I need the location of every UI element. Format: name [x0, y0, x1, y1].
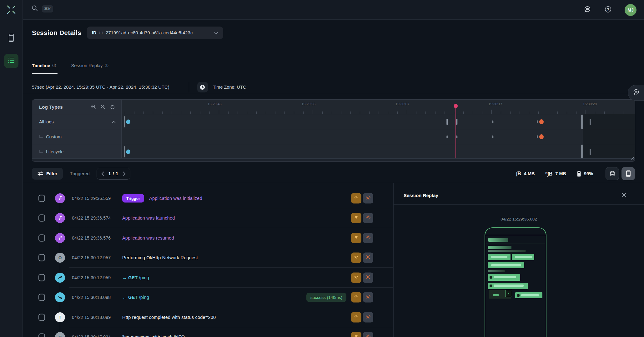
avatar[interactable]: MJ: [625, 4, 636, 16]
phone-notch: [485, 235, 546, 235]
stat-battery: 99%: [577, 171, 593, 177]
timeline-mark-bar[interactable]: [124, 116, 125, 127]
properties-button[interactable]: [363, 233, 373, 243]
log-row[interactable]: 04/22 15:30:12.959→ GET /ping: [23, 268, 393, 288]
properties-button[interactable]: [363, 213, 373, 223]
timeline-track[interactable]: 15:29:4615:29:5615:30:0715:30:1715:30:28: [122, 100, 635, 158]
timeline-mark-bar[interactable]: [124, 146, 125, 157]
row-checkbox[interactable]: [38, 215, 45, 222]
ruler-tick: [567, 112, 567, 114]
network-details-button[interactable]: [351, 253, 361, 263]
feedback-tab[interactable]: [628, 85, 644, 101]
row-checkbox[interactable]: [38, 234, 45, 241]
properties-button[interactable]: [363, 292, 373, 303]
timeline-mark-tick-sm[interactable]: [537, 135, 538, 138]
log-row[interactable]: O04/22 15:30:12.957Performing OkHttp Net…: [23, 248, 393, 268]
indent-icon: [39, 150, 43, 153]
ruler-tick: [473, 112, 473, 114]
log-row[interactable]: 04/22 15:29:36.576Application was resume…: [23, 228, 393, 248]
properties-button[interactable]: [363, 312, 373, 322]
sidebar-item-sessions[interactable]: [4, 54, 18, 68]
timeline-mark-tick-sm[interactable]: [456, 135, 457, 138]
ruler-tick: [143, 112, 144, 114]
properties-button[interactable]: [363, 272, 373, 283]
ruler-tick: [209, 112, 210, 114]
zoom-in-icon[interactable]: [89, 102, 98, 112]
chevron-left-icon[interactable]: [101, 171, 104, 176]
chat-icon: [632, 88, 640, 97]
tab-session-replay[interactable]: Session Replayⓘ: [71, 57, 109, 74]
help-icon[interactable]: ?: [604, 5, 612, 15]
log-row[interactable]: O04/22 15:30:17.024'log message' with le…: [23, 327, 393, 337]
filter-label: Filter: [46, 171, 57, 176]
network-details-button[interactable]: [351, 332, 361, 337]
timeline-mark-dot-orange[interactable]: [539, 134, 544, 139]
timeline-mark-tick-sm[interactable]: [446, 135, 448, 138]
replay-frame-timestamp: 04/22 15:29:36.682: [394, 217, 644, 221]
sidebar-item-devices[interactable]: [4, 31, 18, 46]
network-details-button[interactable]: [351, 193, 361, 203]
sun-icon: [365, 255, 371, 261]
ruler-tick: [190, 112, 191, 114]
log-row[interactable]: 04/22 15:29:36.559TriggerApplication was…: [23, 188, 393, 208]
log-type-row-custom[interactable]: Custom: [32, 129, 121, 144]
timeline-mark-dot-blue[interactable]: [126, 119, 130, 124]
ruler-tick: [463, 112, 464, 114]
timeline-mark-tick[interactable]: [456, 119, 457, 125]
network-details-button[interactable]: [351, 213, 361, 223]
network-details-button[interactable]: [351, 233, 361, 243]
log-type-label: Lifecycle: [46, 149, 116, 154]
axis-tick-label: 15:30:28: [583, 102, 597, 106]
phone-icon: [626, 170, 631, 177]
session-id-dropdown[interactable]: ID ⓘ 271991ad-ec80-4d79-a61a-ced44e5f423…: [87, 27, 223, 39]
network-details-button[interactable]: [351, 312, 361, 322]
log-row[interactable]: 04/22 15:30:13.098← GET /pingsuccess (14…: [23, 288, 393, 308]
properties-button[interactable]: [363, 332, 373, 337]
tab-bar: TimelineⓘSession Replayⓘ: [32, 57, 644, 74]
ruler-tick: [153, 112, 153, 114]
timeline-mark-tick[interactable]: [446, 119, 448, 125]
resize-handle-icon[interactable]: [631, 156, 634, 161]
timeline-row-custom: [122, 129, 635, 144]
ruler-tick: [454, 112, 454, 114]
timeline-mark-tick-sm[interactable]: [492, 120, 493, 123]
row-checkbox[interactable]: [38, 254, 45, 261]
timeline-mark-tick-sm[interactable]: [537, 120, 538, 123]
row-checkbox[interactable]: [38, 195, 45, 202]
timezone-button[interactable]: [197, 82, 208, 92]
properties-button[interactable]: [363, 193, 373, 203]
network-details-button[interactable]: [351, 292, 361, 303]
feedback-chat-icon[interactable]: [583, 5, 591, 15]
row-checkbox[interactable]: [38, 294, 45, 301]
log-row[interactable]: 04/22 15:29:36.574Application was launch…: [23, 208, 393, 228]
log-type-row-all-logs[interactable]: All logs: [32, 114, 121, 129]
log-row[interactable]: T04/22 15:30:13.099Http request complete…: [23, 307, 393, 327]
axis-tick-label: 15:29:56: [301, 102, 315, 106]
playhead-handle[interactable]: [454, 104, 458, 108]
chevron-up-icon[interactable]: [112, 119, 116, 125]
triggered-filter-label: Triggered: [70, 171, 89, 176]
row-checkbox[interactable]: [38, 314, 45, 321]
log-type-label: Custom: [46, 134, 116, 139]
global-search[interactable]: ⌘K: [31, 5, 53, 13]
close-icon[interactable]: [621, 192, 626, 199]
chevron-right-icon[interactable]: [123, 171, 126, 176]
wifi-icon: [354, 314, 359, 320]
network-details-button[interactable]: [351, 272, 361, 283]
log-timestamp: 04/22 15:30:12.959: [72, 275, 111, 280]
timeline-mark-dot-orange[interactable]: [539, 119, 544, 124]
replay-view-toggle-button[interactable]: [621, 167, 635, 180]
zoom-out-icon[interactable]: [98, 102, 108, 112]
timeline-mark-tick-sm[interactable]: [492, 135, 493, 138]
axis-tick-label: 15:30:07: [395, 102, 410, 106]
row-checkbox[interactable]: [38, 334, 45, 337]
ruler-tick: [379, 112, 379, 114]
row-checkbox[interactable]: [38, 274, 45, 281]
data-view-toggle-button[interactable]: [606, 167, 619, 180]
timeline-mark-dot-blue[interactable]: [126, 149, 130, 154]
reset-zoom-icon[interactable]: [108, 102, 117, 112]
log-type-row-lifecycle[interactable]: Lifecycle: [32, 144, 121, 159]
tab-timeline[interactable]: Timelineⓘ: [32, 57, 56, 74]
filter-button[interactable]: Filter: [32, 168, 63, 180]
properties-button[interactable]: [363, 253, 373, 263]
